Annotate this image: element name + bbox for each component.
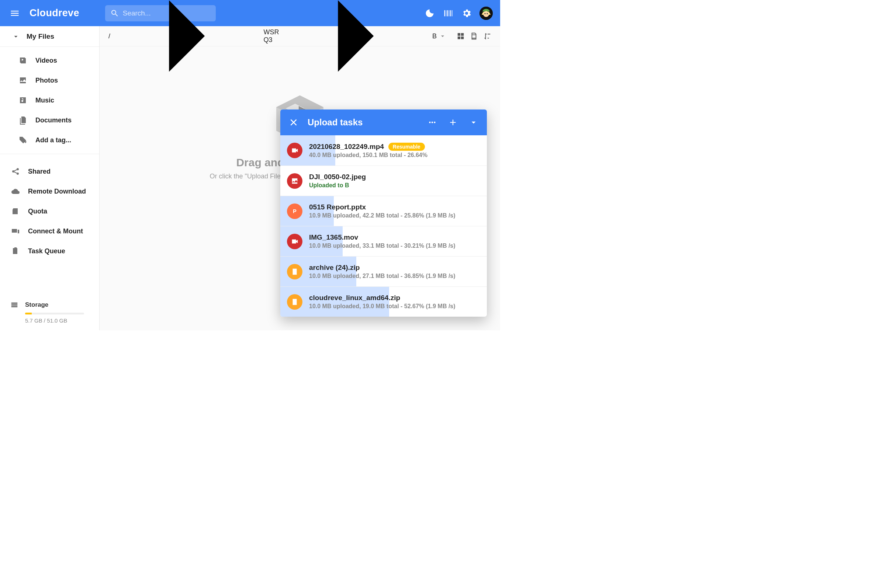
svg-point-7: [429, 122, 430, 123]
sidebar-divider: [0, 154, 99, 154]
photo-icon: [18, 76, 27, 85]
sidebar-storage: Storage 5.7 GB / 51.0 GB: [0, 301, 99, 330]
sort-icon: [483, 32, 491, 40]
music-icon: [18, 96, 27, 105]
sidebar-item-label: Remote Download: [28, 188, 86, 195]
storage-label: Storage: [25, 301, 48, 309]
barcode-icon: [443, 8, 453, 18]
upload-item[interactable]: 20210628_102249.mp4Resumable40.0 MB uplo…: [280, 135, 487, 165]
gear-icon: [462, 8, 472, 18]
file-type-icon: [287, 173, 302, 189]
upload-file-name: 0515 Report.pptx: [309, 203, 480, 211]
tag-plus-icon: [18, 136, 27, 144]
crumb-root-label: /: [108, 33, 110, 40]
breadcrumb-bar: / WSR Q3 B: [99, 26, 500, 46]
crumb-root[interactable]: /: [108, 33, 110, 40]
view-grid-button[interactable]: [457, 32, 465, 40]
upload-file-name: DJI_0050-02.jpeg: [309, 173, 480, 181]
storage-bar: [25, 313, 84, 315]
sidebar-item-music[interactable]: Music: [0, 90, 99, 110]
sidebar-item-videos[interactable]: Videos: [0, 51, 99, 70]
sidebar-filter-list: Videos Photos Music Documents Add a tag.…: [0, 47, 99, 150]
upload-collapse-button[interactable]: [466, 118, 482, 127]
sidebar-item-label: Shared: [28, 168, 51, 176]
upload-add-button[interactable]: [445, 118, 461, 127]
file-type-icon: [287, 142, 302, 158]
svg-point-8: [431, 122, 433, 123]
svg-point-1: [483, 11, 489, 17]
sidebar-item-connect[interactable]: Connect & Mount: [0, 221, 99, 241]
sidebar-item-photos[interactable]: Photos: [0, 70, 99, 90]
svg-point-2: [485, 13, 486, 14]
avatar-icon: [480, 7, 493, 20]
sidebar-item-label: Add a tag...: [35, 136, 71, 144]
sidebar-title: My Files: [27, 33, 54, 40]
more-horiz-icon: [427, 118, 437, 127]
sidebar: My Files Videos Photos Music Documents A…: [0, 26, 99, 330]
sidebar-item-label: Task Queue: [28, 248, 65, 255]
upload-status-text: 10.0 MB uploaded, 19.0 MB total - 52.67%…: [309, 303, 480, 310]
sd-card-icon: [11, 207, 20, 216]
upload-item[interactable]: DJI_0050-02.jpegUploaded to B: [280, 165, 487, 196]
sidebar-item-shared[interactable]: Shared: [0, 162, 99, 182]
upload-item[interactable]: P0515 Report.pptx10.9 MB uploaded, 42.2 …: [280, 196, 487, 226]
brand-title[interactable]: Cloudreve: [30, 8, 79, 19]
sidebar-item-label: Quota: [28, 207, 47, 215]
sidebar-item-label: Connect & Mount: [28, 228, 83, 235]
page-icon: [470, 32, 478, 40]
clipboard-icon: [11, 247, 20, 255]
upload-item[interactable]: cloudreve_linux_amd64.zip10.0 MB uploade…: [280, 286, 487, 316]
upload-more-button[interactable]: [424, 118, 440, 127]
upload-item[interactable]: IMG_1365.mov10.0 MB uploaded, 33.1 MB to…: [280, 226, 487, 256]
upload-status-text: 10.0 MB uploaded, 27.1 MB total - 36.85%…: [309, 273, 480, 279]
file-type-icon: [287, 234, 302, 249]
sidebar-item-label: Music: [35, 97, 54, 104]
svg-point-9: [434, 122, 435, 123]
cloud-download-icon: [11, 187, 20, 196]
storage-bar-fill: [25, 313, 32, 315]
plus-icon: [448, 118, 458, 127]
svg-point-3: [487, 13, 488, 14]
sidebar-item-label: Photos: [35, 76, 58, 84]
sidebar-item-label: Documents: [35, 117, 72, 124]
chevron-down-icon: [439, 33, 446, 40]
upload-status-text: 10.9 MB uploaded, 42.2 MB total - 25.86%…: [309, 212, 480, 219]
upload-list: 20210628_102249.mp4Resumable40.0 MB uplo…: [280, 135, 487, 316]
file-type-icon: [287, 294, 302, 310]
sidebar-item-addtag[interactable]: Add a tag...: [0, 130, 99, 150]
video-icon: [18, 56, 27, 65]
upload-close-button[interactable]: [286, 118, 302, 127]
sidebar-header[interactable]: My Files: [0, 26, 99, 47]
crumb-last[interactable]: B: [432, 33, 446, 40]
sort-button[interactable]: [483, 32, 491, 40]
upload-status-text: 10.0 MB uploaded, 33.1 MB total - 30.21%…: [309, 243, 480, 249]
document-icon: [18, 116, 27, 124]
upload-file-name: archive (24).zip: [309, 264, 480, 272]
share-icon: [11, 167, 20, 176]
settings-button[interactable]: [457, 8, 476, 18]
resumable-badge: Resumable: [388, 142, 425, 151]
file-type-icon: [287, 264, 302, 279]
sidebar-item-documents[interactable]: Documents: [0, 110, 99, 130]
upload-file-name: 20210628_102249.mp4Resumable: [309, 142, 480, 151]
sidebar-item-remote[interactable]: Remote Download: [0, 182, 99, 201]
upload-panel: Upload tasks 20210628_102249.mp4Resumabl…: [280, 110, 487, 316]
user-avatar[interactable]: [480, 7, 493, 20]
storage-text: 5.7 GB / 51.0 GB: [25, 317, 93, 324]
close-icon: [289, 118, 298, 127]
file-type-icon: P: [287, 204, 302, 219]
menu-button[interactable]: [4, 8, 26, 18]
crumb-last-label: B: [432, 33, 437, 40]
sidebar-item-label: Videos: [35, 57, 57, 64]
header-action-2[interactable]: [439, 8, 457, 18]
crumb-mid-label: WSR Q3: [264, 28, 279, 44]
crumb-mid[interactable]: WSR Q3: [264, 28, 279, 44]
sidebar-item-taskqueue[interactable]: Task Queue: [0, 241, 99, 261]
upload-status-text: 40.0 MB uploaded, 150.1 MB total - 26.64…: [309, 152, 480, 159]
upload-item[interactable]: archive (24).zip10.0 MB uploaded, 27.1 M…: [280, 256, 487, 286]
chevron-down-icon: [12, 33, 20, 40]
sidebar-item-quota[interactable]: Quota: [0, 201, 99, 221]
hamburger-icon: [10, 8, 20, 18]
view-page-button[interactable]: [470, 32, 478, 40]
upload-panel-title: Upload tasks: [308, 117, 362, 128]
